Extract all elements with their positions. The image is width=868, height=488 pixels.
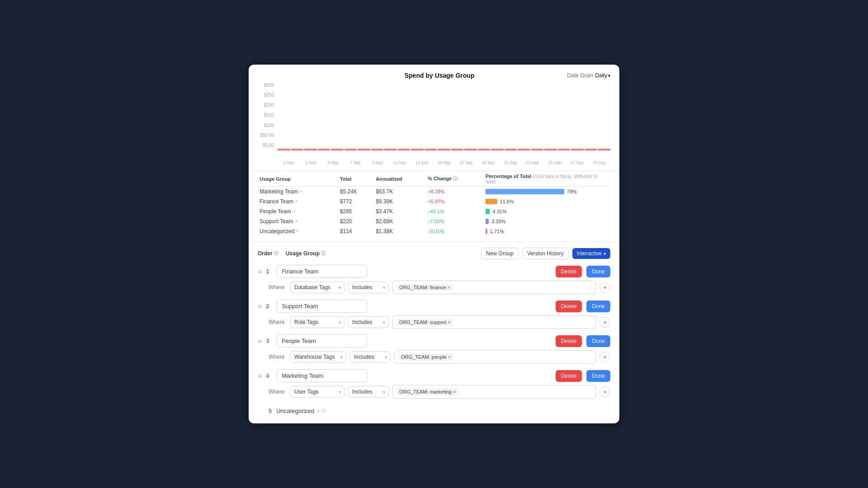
- tag-type-select[interactable]: Warehouse Tags: [290, 351, 346, 363]
- done-button[interactable]: Done: [586, 266, 610, 277]
- done-button[interactable]: Done: [586, 335, 610, 347]
- drag-handle-icon[interactable]: ≡: [258, 268, 261, 275]
- add-condition-button[interactable]: +: [599, 282, 610, 293]
- delete-button[interactable]: Delete: [556, 335, 582, 347]
- tag-value-box[interactable]: ORG_TEAM: people ×: [394, 350, 596, 364]
- bar-group[interactable]: [558, 149, 571, 150]
- tag-chip-remove[interactable]: ×: [447, 285, 450, 290]
- includes-select-wrap[interactable]: Includes: [350, 351, 391, 363]
- bar-group[interactable]: [371, 149, 384, 150]
- tag-type-select[interactable]: Database Tags: [290, 282, 344, 293]
- tag-type-select-wrap[interactable]: Warehouse Tags: [290, 351, 346, 363]
- uncategorized-row: 5 Uncategorized ↗ ⓘ: [258, 404, 610, 418]
- y-axis-label: $200: [258, 103, 276, 108]
- bar-group[interactable]: [318, 149, 330, 150]
- tag-chip: ORG_TEAM: people ×: [398, 353, 453, 361]
- bar-group[interactable]: [464, 149, 477, 150]
- tag-type-select-wrap[interactable]: Database Tags: [290, 282, 344, 293]
- table-cell-pct: 3.33%: [484, 216, 610, 226]
- group-name-input[interactable]: [277, 265, 367, 278]
- bar-group[interactable]: [358, 149, 370, 150]
- add-condition-button[interactable]: +: [599, 317, 610, 328]
- table-cell-name: Support Team↗: [258, 216, 338, 226]
- bar-group[interactable]: [278, 149, 290, 150]
- table-row[interactable]: Finance Team↗$772$9.39K+5.07%11.6%: [258, 197, 610, 206]
- bar-group[interactable]: [411, 149, 424, 150]
- delete-button[interactable]: Delete: [556, 370, 582, 382]
- tag-type-select[interactable]: User Tags: [290, 386, 344, 398]
- table-row[interactable]: Support Team↗$220$2.68K↓7.02%3.33%: [258, 216, 610, 226]
- interactive-button[interactable]: Interactive ▾: [572, 248, 610, 259]
- includes-select-wrap[interactable]: Includes: [348, 386, 389, 398]
- includes-select[interactable]: Includes: [348, 316, 389, 328]
- bar-group[interactable]: [384, 149, 397, 150]
- x-axis-label: 19 Sep: [477, 160, 500, 165]
- drag-handle-icon[interactable]: ≡: [258, 372, 261, 380]
- bar-group[interactable]: [331, 149, 344, 150]
- table-cell-pct: 79%: [484, 187, 610, 197]
- order-cols: Order ⓘ Usage Group ⓘ: [258, 250, 326, 257]
- add-condition-button[interactable]: +: [599, 386, 610, 397]
- bar-group[interactable]: [291, 149, 304, 150]
- x-axis-label: 13 Sep: [410, 160, 433, 165]
- bar-group[interactable]: [398, 149, 410, 150]
- tag-chip-text: ORG_TEAM: finance: [399, 285, 446, 290]
- bar-group[interactable]: [598, 149, 610, 150]
- includes-select[interactable]: Includes: [348, 282, 389, 293]
- done-button[interactable]: Done: [586, 300, 610, 312]
- bar-group[interactable]: [544, 149, 557, 150]
- where-label: Where: [269, 389, 287, 395]
- includes-select[interactable]: Includes: [350, 351, 391, 363]
- date-grain-value[interactable]: Daily ▾: [595, 72, 610, 79]
- delete-button[interactable]: Delete: [556, 300, 582, 312]
- table-row[interactable]: People Team↗$285$3.47K↓40.1%4.31%: [258, 206, 610, 216]
- bar-group[interactable]: [505, 149, 517, 150]
- tag-chip-remove[interactable]: ×: [448, 319, 451, 325]
- x-axis-label: 15 Sep: [433, 160, 455, 165]
- new-group-button[interactable]: New Group: [481, 248, 519, 259]
- tag-chip-remove[interactable]: ×: [453, 389, 456, 394]
- delete-button[interactable]: Delete: [556, 266, 582, 277]
- bar-segment-pink: [318, 150, 330, 150]
- bar-group[interactable]: [491, 149, 504, 150]
- usage-table: Usage Group Total Annualized % Change ⓘ …: [258, 171, 610, 236]
- group-name-input[interactable]: [277, 300, 367, 313]
- bar-group[interactable]: [304, 149, 317, 150]
- group-item: ≡ 2 Delete Done Where Role Tags Includes…: [258, 300, 610, 329]
- table-row[interactable]: Marketing Team↗$5.24K$63.7K+8.28%79%: [258, 187, 610, 197]
- includes-select-wrap[interactable]: Includes: [348, 316, 389, 328]
- drag-handle-icon[interactable]: ≡: [258, 338, 261, 345]
- table-section: Usage Group Total Annualized % Change ⓘ …: [249, 171, 619, 242]
- group-name-input[interactable]: [277, 369, 367, 382]
- bar-group[interactable]: [531, 149, 544, 150]
- tag-value-box[interactable]: ORG_TEAM: finance ×: [392, 281, 596, 294]
- tag-chip-remove[interactable]: ×: [448, 354, 451, 360]
- tag-value-box[interactable]: ORG_TEAM: support ×: [392, 315, 596, 329]
- bar-group[interactable]: [425, 149, 437, 150]
- tag-type-select-wrap[interactable]: Role Tags: [290, 316, 344, 328]
- done-button[interactable]: Done: [586, 370, 610, 382]
- where-label: Where: [269, 354, 287, 360]
- includes-select-wrap[interactable]: Includes: [348, 282, 389, 293]
- drag-handle-icon[interactable]: ≡: [258, 303, 261, 310]
- includes-select[interactable]: Includes: [348, 386, 389, 398]
- tag-type-select-wrap[interactable]: User Tags: [290, 386, 344, 398]
- group-name-input[interactable]: [277, 334, 367, 347]
- version-history-button[interactable]: Version History: [522, 248, 569, 259]
- table-row[interactable]: Uncategorized↗$114$1.38K↓9.01%1.71%: [258, 226, 610, 236]
- x-axis-label: 11 Sep: [388, 160, 410, 165]
- tag-type-select[interactable]: Role Tags: [290, 316, 344, 328]
- bar-group[interactable]: [344, 149, 357, 150]
- date-grain-control[interactable]: Date Grain Daily ▾: [567, 72, 610, 79]
- add-condition-button[interactable]: +: [599, 352, 610, 362]
- tag-value-box[interactable]: ORG_TEAM: marketing ×: [392, 385, 596, 399]
- bar-group[interactable]: [571, 149, 584, 150]
- bar-group[interactable]: [451, 149, 464, 150]
- table-cell-change: ↓9.01%: [426, 226, 484, 236]
- bar-group[interactable]: [585, 149, 597, 150]
- bar-group[interactable]: [518, 149, 530, 150]
- bar-group[interactable]: [438, 149, 450, 150]
- group-number: 2: [266, 303, 272, 310]
- header-actions: New Group Version History Interactive ▾: [481, 248, 610, 259]
- bar-group[interactable]: [478, 149, 491, 150]
